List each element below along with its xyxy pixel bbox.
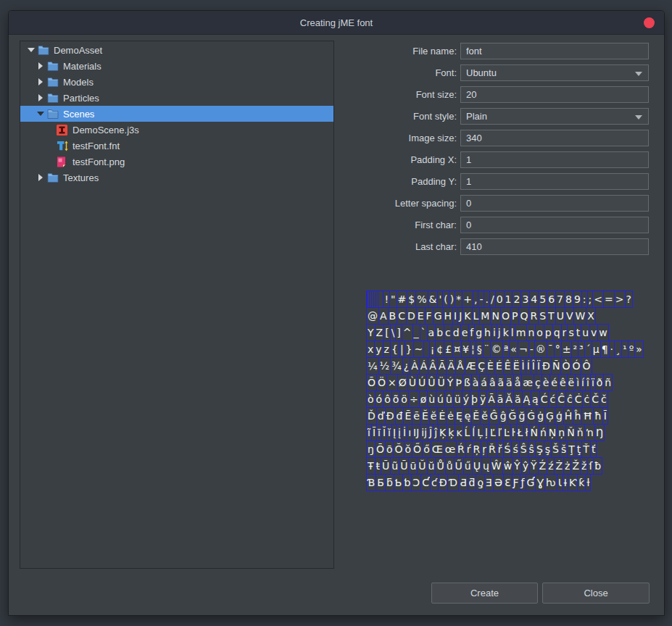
glyph-cell: ~ <box>413 341 425 358</box>
glyph-cell: Œ <box>431 441 444 458</box>
glyph-cell: Ú <box>417 374 427 391</box>
font-style-value[interactable] <box>461 111 648 122</box>
expander-expanded-icon[interactable] <box>26 48 36 52</box>
triangle-down-icon <box>28 48 35 52</box>
glyph-cell: Ŏ <box>393 441 404 458</box>
padding-y-value[interactable] <box>461 176 648 187</box>
glyph-row: YZ[\]^_`abcdefghijklmnopqrstuvw <box>367 324 644 341</box>
tree-item-demoasset[interactable]: DemoAsset <box>20 42 333 58</box>
image-size-value[interactable] <box>461 133 648 143</box>
padding-x-label: Padding X: <box>348 154 460 165</box>
file-name-value[interactable] <box>461 46 648 57</box>
glyph-cell: Ɣ <box>535 474 545 491</box>
expander-collapsed-icon[interactable] <box>36 62 46 70</box>
glyph-cell: Ŕ <box>456 441 466 458</box>
font-style-dropdown[interactable] <box>460 108 649 125</box>
font-dropdown[interactable] <box>460 64 649 81</box>
close-button[interactable]: Close <box>542 583 650 604</box>
folder-icon <box>38 45 51 55</box>
triangle-right-icon <box>38 62 43 70</box>
font-size-value[interactable] <box>461 89 648 100</box>
create-button[interactable]: Create <box>431 583 538 604</box>
glyph-row: ÕÖ×ØÙÚÛÜÝÞßàáâãäåæçèéêëìíîïðñ <box>367 374 644 391</box>
letter-spacing-input[interactable] <box>460 195 649 212</box>
triangle-down-icon <box>37 112 44 116</box>
glyph-cell: » <box>634 341 644 358</box>
glyph-cell: ŉ <box>584 424 595 441</box>
form-row-font-style: Font style: <box>348 107 652 125</box>
padding-y-input[interactable] <box>460 173 649 190</box>
glyph-cell: w <box>597 324 608 341</box>
tree-item-particles[interactable]: Particles <box>20 90 333 106</box>
expander-collapsed-icon[interactable] <box>36 78 46 85</box>
glyph-cell: Ū <box>399 457 409 475</box>
padding-x-value[interactable] <box>461 154 648 165</box>
glyph-cell: Ö <box>376 374 387 391</box>
glyph-cell: Ŋ <box>594 424 605 441</box>
last-char-label: Last char: <box>348 241 460 252</box>
tree-item-materials[interactable]: Materials <box>20 58 333 74</box>
form-row-padding-y: Padding Y: <box>348 172 652 190</box>
glyph-cell: Ŵ <box>490 457 503 475</box>
glyph-row: ŦŧŨũŪūŬŭŮůŰűŲųŴŵŶŷŸŹźŻżŽžſƀ <box>367 457 644 475</box>
font-value[interactable] <box>461 67 648 78</box>
first-char-value[interactable] <box>461 220 648 230</box>
tree-item-label: DemoAsset <box>54 45 102 56</box>
glyph-cell: ÷ <box>408 391 420 408</box>
tree-item-scenes[interactable]: Scenes <box>20 106 333 122</box>
triangle-right-icon <box>38 94 43 101</box>
tree-item-label: testFont.fnt <box>72 141 120 151</box>
dropdown-arrow-icon[interactable] <box>635 115 642 120</box>
tree-item-testfont-png[interactable]: testFont.png <box>20 154 333 170</box>
close-window-icon[interactable] <box>644 17 655 28</box>
font-file-icon <box>57 141 70 151</box>
titlebar[interactable]: Creating jME font <box>9 11 664 35</box>
glyph-cell: Ä <box>446 357 456 375</box>
glyph-cell: Ƃ <box>376 474 386 491</box>
tree-item-testfont-fnt[interactable]: testFont.fnt <box>20 138 333 154</box>
glyph-cell: + <box>462 291 473 308</box>
file-name-label: File name: <box>348 46 460 57</box>
last-char-value[interactable] <box>461 241 648 252</box>
first-char-input[interactable] <box>460 217 649 233</box>
tree-item-label: Models <box>63 77 94 88</box>
glyph-cell: ƕ <box>544 474 557 491</box>
glyph-cell: ¼ <box>366 357 379 375</box>
glyph-cell: M <box>479 307 491 325</box>
glyph-cell: > <box>614 291 626 308</box>
glyph-row: ĎďĐđĒēĔĕĖėĘęĚěĜĝĞğĠġĢģĤĥĦħĨ <box>367 407 644 425</box>
glyph-cell: D <box>406 307 417 325</box>
glyph-cell: ƀ <box>593 457 602 475</box>
image-file-icon <box>57 156 70 167</box>
font-size-input[interactable] <box>460 86 649 103</box>
glyph-cell: W <box>573 307 586 325</box>
dropdown-arrow-icon[interactable] <box>635 72 642 76</box>
glyph-cell: Ď <box>366 407 377 425</box>
expander-collapsed-icon[interactable] <box>36 174 46 181</box>
font-preview: !"#$%&'()*+,-./0123456789:;<=>?@ABCDEFGH… <box>367 291 644 491</box>
glyph-cell: Ü <box>436 374 447 391</box>
glyph-cell: Ø <box>397 374 408 391</box>
glyph-cell: Ń <box>528 424 539 441</box>
glyph-cell: Ɓ <box>366 474 376 491</box>
padding-x-input[interactable] <box>460 151 649 168</box>
glyph-cell: Ň <box>565 424 576 441</box>
tree-item-demoscene-j3s[interactable]: DemoScene.j3s <box>20 122 333 138</box>
glyph-cell: ħ <box>593 407 603 425</box>
tree-item-models[interactable]: Models <box>20 74 333 90</box>
image-size-input[interactable] <box>460 130 649 146</box>
font-size-label: Font size: <box>348 89 460 100</box>
tree-item-textures[interactable]: Textures <box>20 170 333 185</box>
last-char-input[interactable] <box>460 238 649 255</box>
file-name-input[interactable] <box>460 43 649 59</box>
expander-expanded-icon[interactable] <box>36 112 46 116</box>
expander-collapsed-icon[interactable] <box>36 94 46 101</box>
letter-spacing-value[interactable] <box>461 198 648 209</box>
glyph-cell: Ĉ <box>556 391 566 408</box>
glyph-cell: ť <box>590 441 597 458</box>
glyph-cell: Ɔ <box>411 474 421 491</box>
glyph-cell: Ō <box>375 441 386 458</box>
glyph-cell: ^ <box>402 324 413 341</box>
glyph-cell: @ <box>366 307 379 325</box>
glyph-cell: A <box>378 307 389 325</box>
